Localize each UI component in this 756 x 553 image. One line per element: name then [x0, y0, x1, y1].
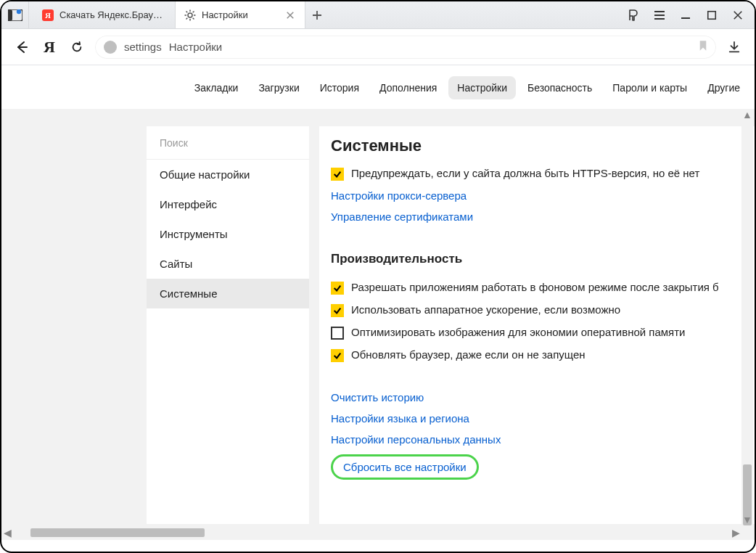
yandex-home-button[interactable]: Я — [39, 37, 59, 57]
tab-settings[interactable]: Настройки — [175, 1, 305, 28]
maximize-button[interactable] — [705, 9, 718, 22]
svg-point-2 — [16, 9, 20, 14]
link-personal-data[interactable]: Настройки персональных данных — [331, 429, 750, 450]
topnav-history[interactable]: История — [311, 76, 368, 99]
topnav-downloads[interactable]: Загрузки — [250, 76, 308, 99]
scroll-up-arrow-icon[interactable]: ▲ — [741, 109, 753, 120]
window-controls — [617, 1, 755, 28]
option-label: Обновлять браузер, даже если он не запущ… — [351, 348, 750, 361]
tab-title: Настройки — [202, 9, 280, 20]
reload-button[interactable] — [67, 37, 87, 57]
link-clear-history[interactable]: Очистить историю — [331, 387, 750, 408]
close-window-button[interactable] — [731, 9, 744, 22]
bookmark-ribbon-icon[interactable] — [699, 40, 707, 54]
svg-line-10 — [186, 11, 188, 12]
address-protocol: settings — [124, 41, 162, 53]
topnav-settings[interactable]: Настройки — [448, 76, 516, 99]
topnav-addons[interactable]: Дополнения — [371, 76, 445, 99]
topnav-passwords[interactable]: Пароли и карты — [604, 76, 696, 99]
option-label: Оптимизировать изображения для экономии … — [351, 326, 750, 338]
topnav-bookmarks[interactable]: Закладки — [186, 76, 247, 99]
sidebar-item-system[interactable]: Системные — [147, 279, 309, 308]
settings-sidebar: Поиск Общие настройки Интерфейс Инструме… — [147, 126, 309, 524]
panel-toggle-button[interactable] — [1, 1, 29, 28]
scroll-right-arrow-icon[interactable]: ▶ — [730, 527, 741, 538]
minimize-button[interactable] — [679, 9, 692, 22]
checkbox[interactable] — [331, 349, 344, 362]
titlebar: Я Скачать Яндекс.Браузер д Настройки — [1, 1, 755, 29]
checkbox[interactable] — [331, 304, 344, 317]
option-https-warning: Предупреждать, если у сайта должна быть … — [331, 163, 750, 185]
checkbox[interactable] — [331, 327, 344, 340]
scroll-down-arrow-icon[interactable]: ▼ — [741, 514, 753, 525]
new-tab-button[interactable] — [305, 1, 329, 28]
browser-window: Я Скачать Яндекс.Браузер д Настройки — [0, 0, 756, 553]
downloads-button[interactable] — [724, 37, 744, 57]
option-label: Использовать аппаратное ускорение, если … — [351, 303, 750, 316]
close-tab-icon[interactable] — [286, 10, 296, 20]
tab-yandex-download[interactable]: Я Скачать Яндекс.Браузер д — [33, 1, 175, 28]
svg-text:Я: Я — [45, 11, 51, 20]
tab-title: Скачать Яндекс.Браузер д — [59, 9, 165, 20]
sidebar-search-input[interactable]: Поиск — [147, 126, 309, 160]
sidebar-item-general[interactable]: Общие настройки — [147, 160, 309, 189]
site-identity-icon[interactable] — [104, 41, 117, 54]
svg-point-5 — [188, 13, 192, 17]
option-update-browser: Обновлять браузер, даже если он не запущ… — [331, 344, 750, 366]
hamburger-menu-icon[interactable] — [653, 9, 666, 22]
address-page-label: Настройки — [169, 41, 223, 53]
address-bar[interactable]: settings Настройки — [94, 35, 717, 60]
topnav-other[interactable]: Другие — [699, 76, 749, 99]
vertical-scrollbar[interactable]: ▲ ▼ — [741, 109, 753, 525]
option-hardware-accel: Использовать аппаратное ускорение, если … — [331, 299, 750, 321]
topnav-security[interactable]: Безопасность — [519, 76, 601, 99]
svg-rect-22 — [708, 11, 716, 19]
scroll-left-arrow-icon[interactable]: ◀ — [1, 527, 13, 538]
scroll-thumb[interactable] — [30, 528, 205, 537]
sidebar-item-sites[interactable]: Сайты — [147, 249, 309, 279]
checkbox[interactable] — [331, 282, 344, 295]
svg-rect-1 — [8, 9, 12, 21]
toolbar: Я settings Настройки — [1, 29, 755, 65]
yandex-favicon: Я — [42, 9, 54, 21]
link-language-region[interactable]: Настройки языка и региона — [331, 408, 750, 429]
section-title-performance: Производительность — [331, 252, 750, 266]
option-label: Предупреждать, если у сайта должна быть … — [351, 167, 750, 179]
bookmarks-bar-icon[interactable] — [627, 9, 640, 22]
svg-line-11 — [193, 17, 194, 19]
option-label: Разрешать приложениям работать в фоновом… — [351, 281, 750, 293]
link-reset-all-settings[interactable]: Сбросить все настройки — [331, 454, 479, 480]
address-text: settings Настройки — [124, 41, 222, 53]
page-viewport: Закладки Загрузки История Дополнения Нас… — [1, 67, 755, 540]
horizontal-scrollbar[interactable]: ◀ ▶ — [1, 527, 741, 538]
settings-main: Поиск Общие настройки Интерфейс Инструме… — [1, 110, 755, 540]
option-optimize-images: Оптимизировать изображения для экономии … — [331, 321, 750, 344]
option-background-apps: Разрешать приложениям работать в фоновом… — [331, 276, 750, 299]
settings-content: Системные Предупреждать, если у сайта до… — [319, 126, 755, 524]
sidebar-item-interface[interactable]: Интерфейс — [147, 189, 309, 219]
tab-strip: Я Скачать Яндекс.Браузер д Настройки — [29, 1, 617, 28]
settings-top-nav: Закладки Загрузки История Дополнения Нас… — [1, 67, 755, 109]
gear-icon — [184, 9, 196, 21]
link-proxy-settings[interactable]: Настройки прокси-сервера — [331, 185, 750, 206]
sidebar-item-tools[interactable]: Инструменты — [147, 219, 309, 249]
svg-line-12 — [186, 17, 188, 19]
checkbox[interactable] — [331, 168, 344, 181]
svg-line-13 — [193, 11, 194, 12]
link-cert-management[interactable]: Управление сертификатами — [331, 206, 750, 227]
back-button[interactable] — [12, 37, 32, 57]
section-title-system: Системные — [331, 136, 750, 155]
